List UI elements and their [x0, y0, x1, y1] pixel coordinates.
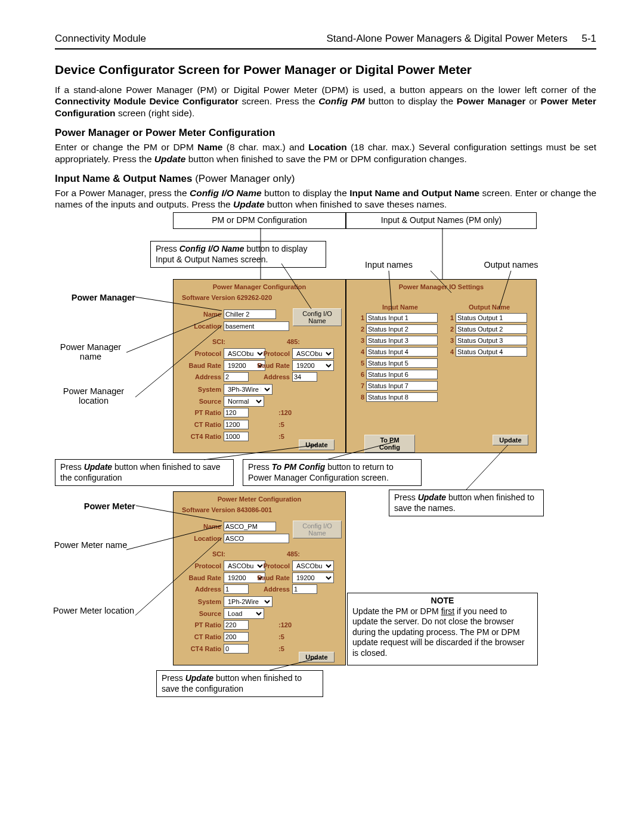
io-input-8[interactable]: [366, 392, 438, 402]
panel-io-settings: Power Manager IO Settings Input Name Out…: [346, 279, 537, 453]
label-pm-name: Power Manager name: [52, 342, 129, 361]
pm-pt-label: PT Ratio: [174, 409, 224, 416]
dpm-addr-485[interactable]: [292, 584, 317, 594]
io-panel-title: Power Manager IO Settings: [346, 283, 536, 290]
io-input-1[interactable]: [366, 313, 438, 323]
pm-proto-label: Protocol: [174, 350, 224, 357]
dpm-pt-input[interactable]: [224, 620, 249, 630]
io-input-row: 3: [357, 336, 438, 345]
io-output-4[interactable]: [456, 347, 527, 357]
io-input-row: 4: [357, 347, 438, 357]
dpm-name-label: Name: [174, 523, 224, 530]
callout-to-pm-config: Press To PM Config button to return to P…: [243, 459, 422, 486]
intro-paragraph: If a stand-alone Power Manager (PM) or D…: [55, 84, 596, 119]
header-rule: [55, 48, 596, 49]
io-input-7[interactable]: [366, 381, 438, 391]
panel-dpm-config: Power Meter Configuration Software Versi…: [173, 491, 346, 665]
dpm-485-head: 485:: [287, 550, 300, 558]
pm-sci-head: SCI:: [212, 338, 225, 345]
dpm-update-button[interactable]: Update: [299, 652, 335, 662]
pm-baud-label2: Baud Rate: [254, 362, 292, 369]
dpm-sw-version: Software Version 843086-001: [182, 506, 272, 513]
dpm-system-select[interactable]: 1Ph-2Wire: [224, 596, 273, 607]
pm-update-button[interactable]: Update: [299, 439, 335, 450]
pm-name-input[interactable]: [224, 309, 276, 319]
pm-ct4-label: CT4 Ratio: [174, 433, 224, 440]
io-input-2[interactable]: [366, 324, 438, 334]
pm-ct-label: CT Ratio: [174, 421, 224, 428]
io-input-4[interactable]: [366, 347, 438, 357]
pm-system-select[interactable]: 3Ph-3Wire Del: [224, 384, 273, 395]
label-input-names: Input names: [353, 260, 425, 270]
note-box: NOTE Update the PM or DPM first if you n…: [347, 593, 538, 665]
callout-update-dpm: Press Update button when finished to sav…: [156, 670, 323, 697]
io-input-row: 6: [357, 370, 438, 379]
pm-addr-sci[interactable]: [224, 372, 249, 382]
io-input-3[interactable]: [366, 336, 438, 345]
dpm-source-select[interactable]: Load: [224, 608, 264, 619]
pm-pt-input[interactable]: [224, 408, 249, 417]
io-input-row: 1: [357, 313, 438, 323]
label-meter-name: Power Meter name: [52, 540, 129, 550]
io-update-button[interactable]: Update: [493, 435, 528, 445]
callout-io-names: Input & Output Names (PM only): [346, 212, 537, 229]
dpm-panel-title: Power Meter Configuration: [174, 496, 345, 503]
dpm-ct-input[interactable]: [224, 632, 249, 642]
pm-sw-version: Software Version 629262-020: [182, 294, 272, 301]
section-io-body: For a Power Manager, press the Config I/…: [55, 187, 596, 210]
pm-name-label: Name: [174, 311, 224, 318]
dpm-name-input[interactable]: [224, 522, 276, 531]
pm-proto-label2: Protocol: [254, 350, 292, 357]
pm-system-label: System: [174, 386, 224, 393]
section-pm-config-title: Power Manager or Power Meter Configurati…: [55, 127, 596, 139]
io-input-row: 7: [357, 381, 438, 391]
dpm-proto-485[interactable]: ASCObusII: [292, 561, 334, 571]
label-power-meter: Power Meter: [52, 501, 135, 511]
pm-baud-485[interactable]: 19200: [292, 360, 334, 371]
dpm-location-label: Location: [174, 535, 224, 542]
io-output-1[interactable]: [456, 313, 527, 323]
pm-panel-title: Power Manager Configuration: [174, 283, 345, 290]
io-output-2[interactable]: [456, 324, 527, 334]
header-right: Stand-Alone Power Managers & Digital Pow…: [326, 33, 596, 45]
pm-baud-label: Baud Rate: [174, 362, 224, 369]
pm-source-label: Source: [174, 398, 224, 405]
pm-addr-label2: Address: [254, 373, 292, 380]
io-output-row: 4: [447, 347, 527, 357]
io-input-head: Input Name: [382, 304, 418, 311]
pm-addr-label: Address: [174, 373, 224, 380]
pm-ct-input[interactable]: [224, 420, 249, 429]
io-output-3[interactable]: [456, 336, 527, 345]
pm-addr-485[interactable]: [292, 372, 317, 382]
pm-location-input[interactable]: [224, 321, 289, 331]
dpm-baud-485[interactable]: 19200: [292, 572, 334, 583]
label-pm-location: Power Manager location: [52, 386, 135, 405]
dpm-addr-sci[interactable]: [224, 584, 249, 594]
note-heading: NOTE: [352, 596, 532, 606]
callout-pm-config: PM or DPM Configuration: [173, 212, 346, 229]
pm-config-io-button[interactable]: Config I/O Name: [293, 308, 342, 326]
io-to-pm-config-button[interactable]: To PM Config: [364, 435, 415, 453]
io-output-row: 2: [447, 324, 527, 334]
dpm-location-input[interactable]: [224, 534, 289, 543]
pm-source-select[interactable]: Normal: [224, 396, 264, 407]
io-input-6[interactable]: [366, 370, 438, 379]
label-output-names: Output names: [472, 260, 550, 270]
panel-pm-config: Power Manager Configuration Software Ver…: [173, 279, 346, 453]
io-output-row: 1: [447, 313, 527, 323]
io-input-row: 5: [357, 358, 438, 368]
callout-update-names: Press Update button when finished to sav…: [389, 490, 544, 516]
pm-ct4-input[interactable]: [224, 432, 249, 441]
dpm-sci-head: SCI:: [212, 550, 225, 558]
io-input-row: 8: [357, 392, 438, 402]
io-output-head: Output Name: [469, 304, 510, 311]
io-input-5[interactable]: [366, 358, 438, 368]
dpm-config-io-button: Config I/O Name: [293, 521, 342, 538]
pm-proto-485[interactable]: ASCObusII: [292, 348, 334, 359]
callout-update-pm: Press Update button when finished to sav…: [55, 459, 234, 486]
section-pm-config-body: Enter or change the PM or DPM Name (8 ch…: [55, 141, 596, 165]
callout-config-io-button: Press Config I/O Name button to display …: [150, 241, 326, 268]
label-power-manager: Power Manager: [52, 293, 135, 302]
page-title: Device Configurator Screen for Power Man…: [55, 63, 596, 77]
dpm-ct4-input[interactable]: [224, 644, 249, 654]
